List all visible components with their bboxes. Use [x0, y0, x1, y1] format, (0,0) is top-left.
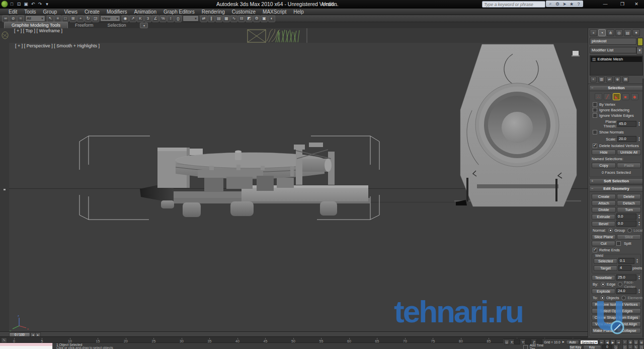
- tab-freeform[interactable]: Freeform: [68, 22, 101, 28]
- object-name-field[interactable]: ploskost: [590, 38, 636, 45]
- hide-button[interactable]: Hide: [592, 150, 616, 155]
- detach-button[interactable]: Detach: [617, 200, 641, 206]
- show-normals-checkbox[interactable]: [593, 130, 597, 134]
- vertex-icon[interactable]: ∴: [595, 93, 602, 100]
- object-color-swatch[interactable]: [637, 38, 643, 46]
- use-pivot-point-center-icon[interactable]: ◉: [122, 15, 129, 22]
- weld-selected-button[interactable]: Selected: [594, 258, 617, 264]
- delete-isolated-row[interactable]: Delete Isolated Vertices: [591, 143, 642, 149]
- align-icon[interactable]: ∥: [208, 15, 215, 22]
- stack-item-editable-mesh[interactable]: ▥ Editable Mesh: [591, 56, 642, 62]
- configure-modifier-sets-icon[interactable]: ▤: [622, 77, 629, 83]
- percent-snap-icon[interactable]: %: [159, 15, 167, 22]
- minimize-button[interactable]: —: [600, 1, 611, 7]
- redo-icon[interactable]: ↷: [37, 1, 43, 8]
- time-configuration-icon[interactable]: ◷: [613, 344, 618, 349]
- angle-snap-icon[interactable]: ∠: [152, 15, 159, 22]
- search-input[interactable]: [482, 1, 545, 8]
- menu-edit[interactable]: Edit: [5, 9, 21, 15]
- normals-scale-field[interactable]: 20.0: [617, 136, 636, 142]
- set-key-button[interactable]: Set Key: [569, 345, 582, 349]
- menu-animation[interactable]: Animation: [130, 9, 159, 15]
- modifier-stack[interactable]: ▥ Editable Mesh: [590, 55, 643, 76]
- bevel-button[interactable]: Bevel: [592, 221, 615, 227]
- by-face-center-radio[interactable]: [618, 282, 622, 287]
- utilities-tab-icon[interactable]: ✶: [632, 29, 640, 36]
- create-button[interactable]: Create: [592, 194, 616, 199]
- modifier-list-dropdown[interactable]: Modifier List: [590, 47, 636, 53]
- planar-thresh-spinner[interactable]: ▲▼: [637, 121, 641, 126]
- split-checkbox[interactable]: [616, 241, 621, 246]
- to-elements-radio[interactable]: [621, 296, 626, 300]
- communication-icon[interactable]: ➤: [561, 1, 568, 7]
- ignore-backfacing-checkbox[interactable]: [593, 108, 597, 112]
- add-time-tag-checkbox[interactable]: [523, 345, 528, 349]
- extrude-button[interactable]: Extrude: [592, 214, 615, 220]
- maxscript-listener-input-row[interactable]: [0, 346, 53, 349]
- weld-target-field[interactable]: 4: [618, 265, 631, 271]
- edge-icon[interactable]: ╱: [604, 93, 611, 100]
- explode-button[interactable]: Explode: [592, 289, 615, 294]
- turntable-model[interactable]: [140, 143, 370, 217]
- rectangular-selection-region-icon[interactable]: □: [62, 15, 69, 22]
- select-and-link-icon[interactable]: ∞: [2, 15, 9, 22]
- ribbon-minimize-icon[interactable]: ▾: [140, 23, 148, 28]
- speaker-model[interactable]: [446, 44, 588, 206]
- menu-rendering[interactable]: Rendering: [198, 9, 228, 15]
- weld-selected-spinner[interactable]: ▲▼: [635, 258, 639, 263]
- menu-help[interactable]: Help: [290, 9, 307, 15]
- app-logo-icon[interactable]: [1, 1, 8, 8]
- bevel-field[interactable]: 0.0: [616, 221, 636, 227]
- select-and-manipulate-icon[interactable]: ↗: [129, 15, 136, 22]
- unhide-all-button[interactable]: Unhide All: [617, 150, 641, 155]
- spinner-snap-icon[interactable]: ↕: [167, 15, 174, 22]
- top-viewport-sliver[interactable]: [ + ] [ Top ] [ Wireframe ]: [9, 28, 588, 43]
- copy-button[interactable]: Copy: [592, 163, 616, 168]
- tessellate-button[interactable]: Tessellate: [592, 275, 615, 281]
- normals-scale-spinner[interactable]: ▲▼: [637, 136, 641, 142]
- slice-button[interactable]: Slice: [617, 234, 641, 240]
- perspective-viewport[interactable]: [ + ] [ Perspective ] [ Smooth + Highlig…: [9, 43, 588, 331]
- modify-tab-icon[interactable]: ◔: [598, 29, 606, 36]
- material-editor-icon[interactable]: ◩: [246, 15, 253, 22]
- x-coordinate-field[interactable]: [514, 339, 520, 344]
- rendered-frame-window-icon[interactable]: ▣: [261, 15, 268, 22]
- add-time-tag-label[interactable]: Add Time Tag: [530, 343, 545, 349]
- snaps-toggle-icon[interactable]: 3: [144, 15, 151, 22]
- polygon-icon[interactable]: ■: [622, 93, 629, 100]
- maximize-viewport-toggle-icon[interactable]: ◳: [639, 344, 644, 349]
- explode-field[interactable]: 24.0: [616, 288, 636, 294]
- edit-named-selection-sets-icon[interactable]: {}: [175, 15, 182, 22]
- show-normals-row[interactable]: Show Normals: [591, 129, 642, 135]
- favorites-star-icon[interactable]: ★: [569, 1, 575, 7]
- normal-local-radio[interactable]: [627, 228, 632, 233]
- go-to-start-icon[interactable]: ⇤: [599, 339, 604, 345]
- by-vertex-checkbox[interactable]: [593, 102, 597, 107]
- keyboard-shortcut-override-icon[interactable]: K: [137, 15, 144, 22]
- face-icon[interactable]: ◣: [613, 93, 620, 100]
- small-box-object[interactable]: [572, 51, 580, 56]
- tab-selection[interactable]: Selection: [100, 22, 133, 28]
- edit-geometry-rollout-header[interactable]: −Edit Geometry: [590, 186, 643, 192]
- motion-tab-icon[interactable]: ◎: [615, 29, 623, 36]
- select-by-name-icon[interactable]: ≡: [54, 15, 61, 22]
- previous-frame-icon[interactable]: ◀: [605, 339, 610, 345]
- new-file-icon[interactable]: □: [9, 1, 15, 8]
- hierarchy-tab-icon[interactable]: ⋔: [607, 29, 614, 36]
- menu-maxscript[interactable]: MAXScript: [259, 9, 290, 15]
- selection-filter-dropdown[interactable]: All▼: [25, 15, 45, 22]
- reference-coordinate-system-dropdown[interactable]: View▼: [100, 15, 120, 22]
- menu-modifiers[interactable]: Modifiers: [103, 9, 131, 15]
- menu-create[interactable]: Create: [81, 9, 103, 15]
- key-filters-button[interactable]: Key Filters...: [583, 345, 601, 349]
- close-button[interactable]: ✕: [631, 1, 642, 7]
- select-and-rotate-icon[interactable]: ↻: [85, 15, 92, 22]
- layer-manager-icon[interactable]: ▤: [215, 15, 222, 22]
- select-and-move-icon[interactable]: +: [77, 15, 84, 22]
- zoom-region-icon[interactable]: ◰: [622, 344, 627, 349]
- modifier-list-arrow-icon[interactable]: ▼: [636, 47, 643, 54]
- orbit-icon[interactable]: ↻: [633, 344, 638, 349]
- key-scope-dropdown[interactable]: Selected▼: [580, 340, 598, 344]
- absolute-offset-toggle-icon[interactable]: ⊡: [504, 339, 509, 345]
- extrude-spinner[interactable]: ▲▼: [637, 214, 641, 219]
